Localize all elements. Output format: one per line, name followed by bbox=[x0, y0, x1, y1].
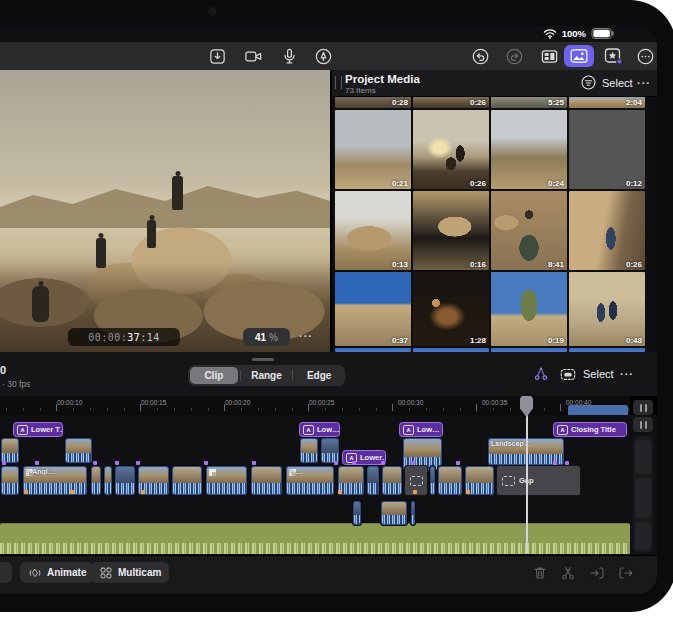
title-clip-label: Closing Title bbox=[571, 425, 616, 434]
browser-icon[interactable] bbox=[538, 46, 560, 66]
clip-thumbnail bbox=[466, 467, 493, 483]
clip-height-decrease-button[interactable] bbox=[633, 417, 653, 432]
media-thumbnail[interactable]: 0:21 bbox=[335, 110, 411, 189]
import-icon[interactable] bbox=[206, 46, 228, 66]
viewer-more-button[interactable]: ··· bbox=[299, 330, 313, 342]
mode-segment-clip[interactable]: Clip bbox=[190, 367, 238, 384]
zoom-unit: % bbox=[269, 332, 278, 343]
blade-tool-icon[interactable] bbox=[559, 564, 577, 582]
ruler-tick bbox=[124, 408, 125, 411]
media-thumbnail[interactable]: 5:25 bbox=[491, 97, 567, 108]
timeline-clip[interactable] bbox=[299, 437, 319, 464]
trash-icon[interactable] bbox=[531, 564, 549, 582]
mic-icon[interactable] bbox=[278, 46, 300, 66]
timeline-clip[interactable] bbox=[171, 465, 203, 496]
title-clip[interactable]: ALower T… bbox=[13, 422, 63, 437]
media-panel-header: Project Media 73 Items Select ··· bbox=[332, 70, 657, 97]
ruler-tick bbox=[208, 408, 209, 411]
overwrite-icon[interactable] bbox=[617, 564, 635, 582]
scrollbar-segment[interactable] bbox=[635, 478, 651, 518]
timeline-clip[interactable] bbox=[90, 465, 102, 496]
animate-button[interactable]: Animate bbox=[20, 562, 94, 583]
multicam-badge-icon bbox=[209, 469, 216, 476]
title-clip[interactable]: ALower… bbox=[342, 450, 386, 465]
music-track[interactable] bbox=[0, 523, 630, 554]
ruler-tick bbox=[493, 408, 494, 411]
overlay-icon[interactable] bbox=[558, 364, 578, 384]
title-badge-icon: A bbox=[403, 425, 414, 435]
timeline-drag-handle[interactable] bbox=[252, 358, 274, 361]
camera-icon[interactable] bbox=[242, 46, 264, 66]
blade-icon[interactable] bbox=[531, 364, 551, 384]
title-clip[interactable]: ALow… bbox=[399, 422, 443, 437]
gap-clip[interactable]: Gap bbox=[496, 465, 581, 496]
timeline-clip[interactable] bbox=[437, 465, 463, 496]
scrollbar-thumb[interactable] bbox=[635, 440, 651, 474]
timeline-clip[interactable] bbox=[114, 465, 136, 496]
panel-resize-handle[interactable] bbox=[335, 76, 342, 89]
timeline-clip[interactable] bbox=[0, 465, 20, 496]
timeline-clip[interactable] bbox=[352, 500, 362, 526]
timecode-display[interactable]: 00:00:37:14 bbox=[68, 328, 180, 346]
media-thumbnail[interactable]: 0:12 bbox=[569, 110, 645, 189]
multicam-button[interactable]: Multicam bbox=[91, 562, 169, 583]
timeline-clip[interactable] bbox=[250, 465, 283, 496]
timeline-clip[interactable] bbox=[103, 465, 113, 496]
media-thumbnail[interactable]: 0:16 bbox=[413, 191, 489, 270]
media-thumbnail[interactable]: 0:28 bbox=[335, 97, 411, 108]
clip-waveform bbox=[116, 483, 134, 494]
timeline-clip[interactable] bbox=[380, 500, 408, 526]
annotate-icon[interactable] bbox=[312, 46, 334, 66]
timeline-select-button[interactable]: Select bbox=[583, 368, 614, 380]
media-thumbnail[interactable]: 0:26 bbox=[413, 97, 489, 108]
orange-marker bbox=[413, 490, 417, 494]
media-thumbnail[interactable]: 0:13 bbox=[335, 191, 411, 270]
timeline-clip[interactable] bbox=[0, 437, 20, 464]
media-thumbnail[interactable]: 8:41 bbox=[491, 191, 567, 270]
media-thumbnail[interactable]: 0:48 bbox=[569, 272, 645, 346]
timeline-clip[interactable] bbox=[410, 500, 416, 526]
media-thumbnail[interactable]: 0:26 bbox=[569, 191, 645, 270]
media-thumbnail[interactable]: 0:26 bbox=[413, 110, 489, 189]
media-panel-title: Project Media bbox=[345, 73, 420, 85]
timeline-clip[interactable] bbox=[381, 465, 403, 496]
filter-icon[interactable] bbox=[580, 74, 597, 95]
insert-icon[interactable] bbox=[588, 564, 606, 582]
ruler-label: 00:00:25 bbox=[309, 399, 334, 406]
undo-icon[interactable] bbox=[469, 46, 491, 66]
effects-icon[interactable] bbox=[602, 46, 624, 66]
purple-marker bbox=[456, 461, 460, 465]
duration-badge: 0:37 bbox=[392, 336, 408, 345]
media-browser-icon[interactable] bbox=[564, 45, 594, 67]
more-icon[interactable] bbox=[634, 46, 656, 66]
purple-marker bbox=[2, 461, 6, 465]
mode-segment-edge[interactable]: Edge bbox=[295, 367, 343, 384]
timeline-clip[interactable] bbox=[320, 437, 340, 464]
mode-segment-range[interactable]: Range bbox=[243, 367, 291, 384]
timeline-clip[interactable] bbox=[205, 465, 248, 496]
media-thumbnail[interactable]: 0:19 bbox=[491, 272, 567, 346]
media-thumbnail[interactable]: 1:28 bbox=[413, 272, 489, 346]
timeline-ruler[interactable]: 00:00:0500:00:1000:00:1500:00:2000:00:25… bbox=[0, 396, 630, 415]
media-select-button[interactable]: Select bbox=[602, 77, 633, 89]
media-thumbnail[interactable]: 0:37 bbox=[335, 272, 411, 346]
media-thumbnail[interactable]: 2:04 bbox=[569, 97, 645, 108]
media-thumbnail[interactable]: 0:24 bbox=[491, 110, 567, 189]
title-clip[interactable]: AClosing Title bbox=[553, 422, 627, 437]
timeline-clip[interactable]: 2-… bbox=[285, 465, 335, 496]
title-clip[interactable]: ALow… bbox=[299, 422, 340, 437]
redo-icon[interactable] bbox=[503, 46, 525, 66]
timeline-clip[interactable] bbox=[64, 437, 93, 464]
timeline-more-button[interactable]: ··· bbox=[620, 368, 634, 380]
viewer[interactable]: 00:00:37:14 41 % ··· bbox=[0, 70, 330, 352]
timeline-clip[interactable] bbox=[366, 465, 380, 496]
zoom-level-button[interactable]: 41 % bbox=[243, 328, 290, 346]
ruler-tick bbox=[342, 408, 343, 411]
timeline-clip[interactable] bbox=[429, 465, 436, 496]
media-more-button[interactable]: ··· bbox=[637, 77, 651, 89]
scrollbar-segment[interactable] bbox=[635, 522, 651, 550]
timeline-tracks: ALower T…ALow…ALow…AClosing TitleALower…… bbox=[0, 415, 657, 555]
clip-height-increase-button[interactable] bbox=[633, 400, 653, 415]
timeline-clip[interactable]: 1-Angl… bbox=[22, 465, 88, 496]
collapsed-tool-button[interactable] bbox=[0, 562, 12, 583]
